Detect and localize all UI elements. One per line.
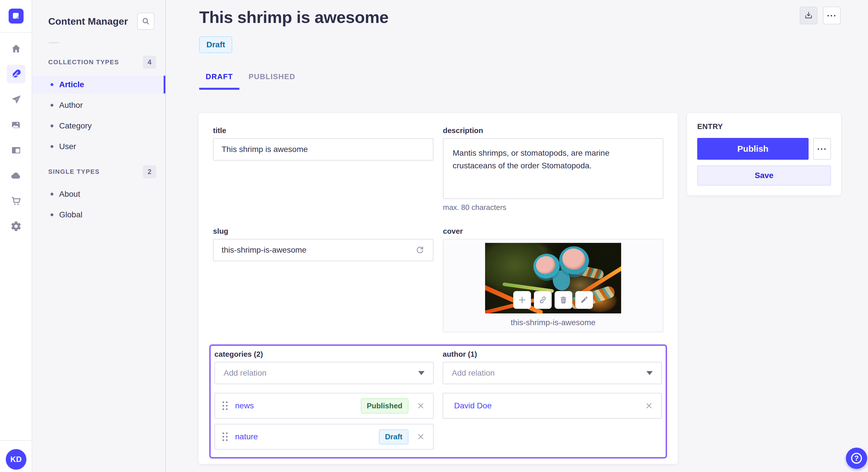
nav-settings-button[interactable] (7, 217, 25, 235)
subnav-divider (49, 42, 59, 43)
user-avatar[interactable]: KD (6, 449, 26, 470)
media-icon (11, 120, 22, 131)
categories-label: categories (2) (214, 350, 434, 359)
close-icon (645, 401, 653, 410)
sidebar-item-label: Global (59, 210, 82, 220)
cover-label: cover (443, 227, 663, 235)
home-icon (11, 43, 22, 54)
nav-deploy-button[interactable] (7, 166, 25, 185)
add-asset-button[interactable] (513, 291, 531, 309)
trash-icon (559, 295, 568, 305)
refresh-icon[interactable] (415, 245, 425, 255)
feather-icon (10, 68, 22, 80)
user-initials: KD (10, 455, 22, 464)
help-icon: ? (851, 453, 862, 464)
sidebar-item-category[interactable]: Category (32, 117, 165, 135)
collection-types-count: 4 (143, 56, 156, 69)
caret-down-icon (646, 371, 653, 375)
relation-link[interactable]: news (235, 401, 254, 410)
nav-marketplace-button[interactable] (7, 192, 25, 210)
bullet-icon (51, 213, 53, 216)
field-cover: cover (443, 227, 663, 332)
field-title: title This shrimp is awesome (213, 126, 433, 212)
remove-relation-button[interactable] (416, 401, 426, 411)
title-input[interactable]: This shrimp is awesome (213, 138, 433, 161)
entry-more-button[interactable]: ... (813, 138, 831, 160)
sidebar-item-label: About (59, 190, 80, 199)
relation-link[interactable]: nature (235, 432, 258, 441)
single-types-label: SINGLE TYPES (48, 168, 100, 175)
collection-types-header: COLLECTION TYPES 4 (32, 56, 165, 69)
nav-home-button[interactable] (7, 40, 25, 58)
subnav-title: Content Manager (48, 14, 128, 29)
delete-asset-button[interactable] (555, 291, 572, 309)
author-add-relation-select[interactable]: Add relation (443, 362, 662, 384)
drag-handle-icon[interactable] (222, 432, 228, 441)
remove-relation-button[interactable] (416, 432, 426, 442)
more-icon: ... (817, 147, 827, 151)
title-label: title (213, 126, 433, 135)
import-export-button[interactable] (800, 7, 817, 24)
rail-divider (0, 32, 32, 33)
relation-row-news: news Published (214, 393, 434, 419)
description-hint: max. 80 characters (443, 203, 663, 212)
layout-icon (11, 145, 22, 156)
cover-asset-card: this-shrimp-is-awesome (443, 239, 663, 332)
publish-button[interactable]: Publish (697, 138, 809, 160)
more-actions-button[interactable]: ... (823, 7, 841, 24)
status-badge: Draft (199, 36, 232, 53)
tab-draft[interactable]: DRAFT (199, 72, 239, 90)
sidebar-item-label: Article (59, 80, 84, 89)
description-textarea[interactable]: Mantis shrimps, or stomatopods, are mari… (443, 138, 663, 199)
drag-handle-icon[interactable] (222, 401, 228, 410)
tab-published[interactable]: PUBLISHED (249, 72, 296, 90)
app-window: KD Content Manager COLLECTION TYPES 4 Ar… (0, 0, 868, 472)
description-value: Mantis shrimps, or stomatopods, are mari… (453, 148, 609, 170)
relation-row-nature: nature Draft (214, 424, 434, 450)
edit-asset-button[interactable] (575, 291, 593, 309)
sidebar-item-label: User (59, 142, 76, 151)
bullet-icon (51, 145, 53, 148)
paper-plane-icon (11, 94, 22, 105)
field-description: description Mantis shrimps, or stomatopo… (443, 126, 663, 212)
cart-icon (11, 196, 22, 206)
strapi-logo[interactable] (9, 9, 24, 24)
sidebar-item-about[interactable]: About (32, 185, 165, 203)
author-label: author (1) (443, 350, 662, 359)
topbar-actions: ... (800, 7, 841, 24)
single-types-count: 2 (143, 165, 156, 178)
edit-form-card: title This shrimp is awesome description… (198, 113, 678, 464)
slug-input[interactable]: this-shrimp-is-awesome (213, 239, 433, 261)
field-categories: categories (2) Add relation news Publish… (214, 350, 434, 450)
link-icon (538, 295, 547, 305)
save-button[interactable]: Save (697, 165, 831, 186)
cloud-icon (10, 170, 22, 181)
search-button[interactable] (137, 12, 154, 30)
plus-icon (518, 295, 527, 305)
help-button[interactable]: ? (846, 448, 867, 469)
categories-add-relation-select[interactable]: Add relation (214, 362, 434, 384)
entry-panel-title: ENTRY (697, 122, 831, 131)
sidebar-item-author[interactable]: Author (32, 96, 165, 114)
sidebar-item-article[interactable]: Article (32, 76, 165, 94)
nav-content-type-builder-button[interactable] (7, 141, 25, 160)
description-label: description (443, 126, 663, 135)
pencil-icon (580, 295, 589, 305)
relation-link[interactable]: David Doe (454, 401, 492, 410)
more-icon: ... (827, 13, 837, 18)
nav-media-library-button[interactable] (7, 116, 25, 134)
remove-relation-button[interactable] (644, 401, 654, 411)
nav-content-manager-button[interactable] (7, 65, 25, 83)
copy-link-button[interactable] (534, 291, 552, 309)
field-author: author (1) Add relation David Doe (443, 350, 662, 450)
nav-releases-button[interactable] (7, 90, 25, 109)
field-slug: slug this-shrimp-is-awesome (213, 227, 433, 332)
entry-panel: ENTRY Publish ... Save (687, 113, 841, 195)
sidebar-item-user[interactable]: User (32, 138, 165, 156)
sidebar-item-global[interactable]: Global (32, 206, 165, 224)
single-types-list: About Global (32, 185, 165, 224)
bullet-icon (51, 193, 53, 196)
collection-types-list: Article Author Category User (32, 76, 165, 156)
content-manager-subnav: Content Manager COLLECTION TYPES 4 Artic… (32, 0, 166, 472)
gear-icon (10, 221, 22, 232)
